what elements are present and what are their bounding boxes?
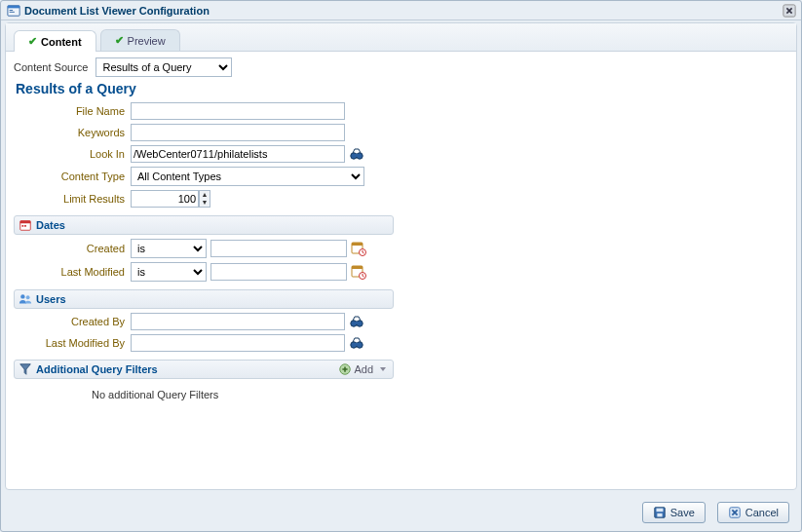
svg-rect-28 (656, 509, 663, 513)
cancel-label: Cancel (745, 507, 779, 518)
contenttype-label: Content Type (14, 171, 131, 182)
lookin-input[interactable] (131, 145, 345, 163)
svg-rect-11 (24, 225, 26, 227)
lastmodifiedby-input[interactable] (131, 334, 345, 352)
add-filter-button[interactable]: Add (338, 362, 373, 376)
save-label: Save (670, 507, 695, 518)
results-section-title: Results of a Query (16, 81, 788, 96)
svg-rect-1 (8, 5, 19, 8)
dates-title: Dates (36, 219, 65, 231)
titlebar: Document List Viewer Configuration (1, 1, 801, 20)
datepicker-icon[interactable] (351, 264, 366, 280)
tab-bar: ✔Content ✔Preview (6, 23, 796, 52)
limit-spinner[interactable]: ▲▼ (199, 190, 210, 208)
users-group-header: Users (14, 289, 394, 309)
datepicker-icon[interactable] (351, 241, 366, 256)
lastmodified-op-select[interactable]: is (131, 262, 207, 282)
svg-rect-7 (355, 154, 359, 157)
cancel-button[interactable]: Cancel (717, 502, 789, 523)
contenttype-select[interactable]: All Content Types (131, 167, 364, 186)
content-source-label: Content Source (14, 61, 95, 73)
filename-label: File Name (14, 105, 131, 117)
save-icon (653, 506, 667, 519)
createdby-input[interactable] (131, 313, 345, 330)
spinner-down-icon[interactable]: ▼ (200, 199, 210, 207)
calendar-icon (19, 218, 32, 232)
limit-input[interactable] (131, 190, 199, 208)
svg-rect-3 (10, 11, 15, 12)
dates-group-header: Dates (14, 215, 394, 235)
tab-content[interactable]: ✔Content (14, 30, 96, 52)
svg-rect-25 (355, 343, 359, 346)
created-label: Created (14, 243, 131, 254)
keywords-input[interactable] (131, 124, 345, 141)
tab-preview[interactable]: ✔Preview (100, 29, 180, 51)
svg-point-18 (20, 294, 24, 298)
limit-label: Limit Results (14, 193, 131, 205)
lastmodified-label: Last Modified (14, 266, 131, 278)
picker-icon[interactable] (349, 335, 364, 351)
users-icon (19, 292, 32, 306)
funnel-icon (19, 362, 32, 376)
save-button[interactable]: Save (642, 502, 706, 523)
spinner-up-icon[interactable]: ▲ (200, 191, 210, 199)
svg-rect-16 (352, 266, 363, 269)
add-label: Add (354, 363, 373, 375)
svg-rect-9 (20, 221, 31, 224)
additional-filters-header: Additional Query Filters Add (14, 360, 394, 379)
svg-rect-29 (657, 513, 662, 517)
config-dialog: Document List Viewer Configuration ✔Cont… (0, 0, 802, 532)
lastmodifiedby-label: Last Modified By (14, 337, 131, 349)
chevron-down-icon[interactable] (377, 363, 389, 375)
filename-input[interactable] (131, 102, 345, 120)
content-body: Content Source Results of a Query Result… (6, 52, 796, 406)
svg-rect-22 (355, 322, 359, 324)
picker-icon[interactable] (349, 314, 364, 329)
keywords-label: Keywords (14, 127, 131, 138)
created-op-select[interactable]: is (131, 239, 207, 258)
browse-icon[interactable] (349, 146, 364, 162)
svg-rect-2 (10, 10, 14, 11)
lastmodified-date-input[interactable] (210, 263, 347, 281)
svg-point-19 (26, 295, 30, 299)
check-icon: ✔ (28, 35, 37, 48)
createdby-label: Created By (14, 316, 131, 327)
tab-label: Content (41, 36, 82, 48)
content-area: ✔Content ✔Preview Content Source Results… (5, 22, 797, 490)
lookin-label: Look In (14, 148, 131, 160)
users-title: Users (36, 293, 66, 305)
plus-icon (338, 362, 352, 376)
svg-rect-13 (352, 243, 363, 246)
no-filters-text: No additional Query Filters (14, 383, 394, 400)
svg-rect-10 (22, 225, 24, 227)
cancel-icon (728, 506, 742, 519)
app-icon (7, 4, 20, 18)
check-icon: ✔ (115, 34, 124, 47)
close-icon[interactable] (783, 4, 796, 18)
created-date-input[interactable] (210, 240, 347, 257)
tab-label: Preview (128, 35, 166, 47)
window-title: Document List Viewer Configuration (24, 5, 210, 17)
footer-buttons: Save Cancel (642, 502, 789, 523)
additional-filters-title: Additional Query Filters (36, 363, 158, 375)
content-source-select[interactable]: Results of a Query (95, 57, 232, 77)
